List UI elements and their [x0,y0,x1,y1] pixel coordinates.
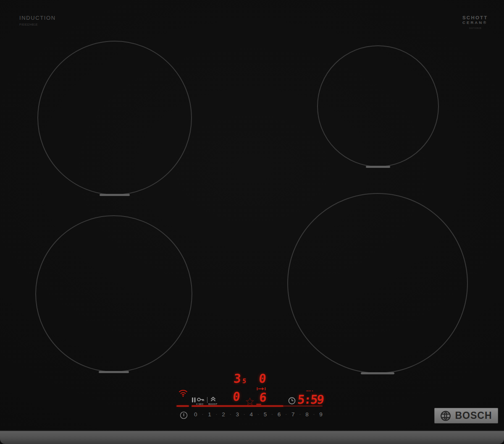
power-scale: 0·1·2·3·4·5·6·7·8·9 [194,411,323,418]
zone-front-marker [361,372,394,374]
power-scale-separator: · [257,412,259,417]
timer-display: 5:59 [297,394,324,406]
power-level-key-9[interactable]: 9 [319,411,323,418]
model-code: PIE832HB1E [19,23,38,26]
type-label: INDUCTION [19,15,56,21]
glass-brand: SCHOTT CERAN® [462,15,488,25]
cooking-zone-rear-right [317,45,439,167]
rear-left-power-fraction: 5 [242,378,246,384]
power-scale-separator: · [230,412,231,417]
power-level-key-7[interactable]: 7 [291,411,295,418]
power-level-key-4[interactable]: 4 [250,411,253,418]
dim-select-bar [284,405,323,407]
bosch-wordmark: BOSCH [455,410,492,421]
key-icon[interactable] [197,397,204,402]
timer-unit-label: min s [306,389,313,392]
front-left-power-display: 0 [232,391,241,403]
wifi-icon[interactable] [178,389,188,397]
power-scale-separator: · [299,412,301,417]
power-scale-separator: · [286,412,287,417]
bosch-armature-icon [440,410,451,421]
front-edge-trim [0,431,504,444]
power-icon[interactable] [180,411,188,419]
front-right-timer-tick [256,404,261,405]
cooking-zone-rear-left [37,41,192,195]
zone-front-marker [100,194,130,196]
pause-icon[interactable] [192,397,196,402]
zone-front-marker [366,166,390,168]
clock-icon[interactable] [288,397,296,405]
power-scale-separator: · [244,412,245,417]
rear-right-power-display: 0 [258,373,267,385]
power-level-key-3[interactable]: 3 [236,411,239,418]
power-scale-separator: · [216,412,217,417]
power-scale-separator: · [271,412,273,417]
power-scale-separator: · [202,412,203,417]
power-level-key-5[interactable]: 5 [264,411,267,418]
power-level-key-2[interactable]: 2 [222,411,225,418]
wifi-select-bar [176,405,189,407]
rear-left-power-display: 3 [233,373,242,385]
boost-chevrons-icon[interactable] [210,397,216,402]
glass-brand-line2: CERAN® [462,21,488,25]
star-icon[interactable] [246,397,254,405]
move-pot-icon [257,387,266,391]
glass-code: 90072082B [469,27,481,29]
control-divider [207,397,207,403]
power-level-key-8[interactable]: 8 [305,411,309,418]
power-level-key-6[interactable]: 6 [278,411,281,418]
cooking-zone-front-right [287,193,468,373]
cooking-zone-front-left [35,215,192,372]
active-select-bar [192,405,284,407]
power-level-key-0[interactable]: 0 [194,411,197,418]
induction-cooktop: INDUCTION PIE832HB1E SCHOTT CERAN® 90072… [0,0,504,444]
bosch-logo-plate: BOSCH [434,408,498,423]
zone-front-marker [99,371,129,373]
power-level-key-1[interactable]: 1 [208,411,211,418]
front-right-power-display: 6 [259,392,267,404]
power-scale-separator: · [313,412,315,417]
